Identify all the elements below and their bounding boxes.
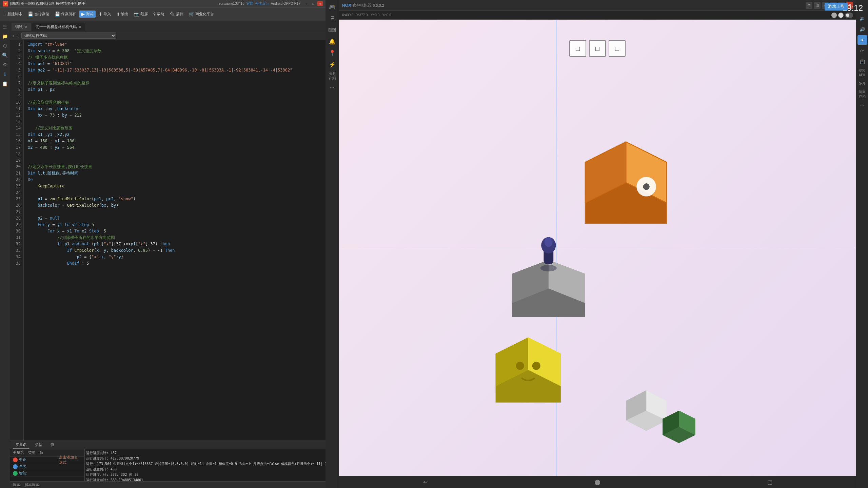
svg-point-18 [516, 362, 524, 370]
nox-multi-open-icon[interactable]: 多开 [857, 79, 867, 88]
var-row-stop: 中止 点击添加表达式 [10, 456, 84, 463]
value-tab[interactable]: 值 [48, 441, 57, 449]
save-row-button[interactable]: 💾 当行存储 [25, 11, 52, 18]
add-watch-label[interactable]: 点击添加表达式 [56, 453, 82, 466]
user-info: sunxiaing133416 官网 作者后台 Android OPPO R17 [219, 1, 300, 6]
nox-indicator-2 [838, 13, 844, 18]
nox-apk-icon[interactable]: 安装APK [857, 68, 867, 77]
nox-controller-icon[interactable]: 🎮 [327, 1, 338, 12]
title-text: [调试] 高一跑棋盘相机代码-按键精灵手机助手 [10, 1, 219, 6]
stop-indicator [13, 458, 18, 462]
export-button[interactable]: ⬆ 输出 [114, 11, 131, 18]
export-icon: ⬆ [116, 12, 120, 17]
nox-more-right-icon[interactable]: ··· [857, 100, 867, 110]
smart-indicator [13, 471, 18, 476]
nox-save-icon[interactable]: 清爽存档 [327, 70, 338, 81]
nox-brightness-icon[interactable]: ☀ [857, 35, 867, 45]
help-button[interactable]: ? 帮助 [151, 11, 166, 18]
nox-indicator-1 [831, 13, 837, 18]
save-all-icon: 💾 [55, 12, 60, 17]
nox-vol-down-icon[interactable]: 🔉 [857, 14, 867, 23]
yellow-cube [496, 337, 561, 402]
sidebar-item-search[interactable]: 🔍 [1, 51, 9, 60]
tab-code-label: 高一一跑棋盘格相机代码 [36, 24, 77, 29]
svg-point-13 [545, 237, 553, 247]
nox-title-bar: NOX 夜神模拟器 6.6.0.2 ⚙ ◫ ⤢ ─ □ ✕ [339, 0, 856, 11]
nox-toolbar-right [831, 13, 853, 18]
nox-game-content[interactable]: □ □ □ [339, 20, 856, 476]
tab-code[interactable]: 高一一跑棋盘格相机代码 ✕ [32, 23, 85, 31]
nox-keyboard-icon[interactable]: ⌨ [327, 24, 338, 35]
left-sidebar: ☰ 📁 ⬡ 🔍 ⚙ ℹ 📋 [0, 21, 10, 488]
save-all-button[interactable]: 💾 保存所有 [52, 11, 78, 18]
import-button[interactable]: ⬇ 导入 [96, 11, 113, 18]
nox-more-icon[interactable]: ··· [327, 82, 338, 93]
sidebar-item-menu[interactable]: ☰ [1, 22, 9, 31]
store-link[interactable]: 官网 [246, 1, 253, 6]
username: sunxiaing133416 [219, 2, 244, 5]
nox-toggle[interactable] [845, 13, 853, 18]
new-icon: + [4, 12, 6, 17]
vars-col-type: 类型 [28, 450, 36, 455]
store-platform-button[interactable]: 🛒 商业化平台 [186, 11, 216, 18]
sidebar-item-info[interactable]: ℹ [1, 70, 9, 79]
vars-tab[interactable]: 变量名 [13, 441, 29, 449]
nox-right-sidebar: 🔉 🔊 ☀ ⟳ 📳 安装APK 多开 清爽存档 ··· [856, 0, 868, 488]
script-debug-btn[interactable]: 脚本调试 [24, 482, 39, 487]
var-smart-name: 智能 [19, 471, 39, 476]
run-button[interactable]: ▶ 测试 [79, 11, 96, 18]
import-icon: ⬇ [99, 12, 102, 17]
nav-next-button[interactable]: › [17, 33, 19, 38]
sidebar-item-modules[interactable]: ⬡ [1, 41, 9, 50]
sidebar-item-files[interactable]: 📁 [1, 32, 9, 41]
nox-notification-icon[interactable]: 🔔 [327, 36, 338, 47]
minimize-button[interactable]: ─ [304, 1, 309, 6]
plugins-button[interactable]: 🔌 插件 [167, 11, 186, 18]
svg-point-5 [643, 183, 650, 190]
maximize-button[interactable]: □ [311, 1, 316, 6]
player-piece [540, 237, 557, 271]
nox-recent-button[interactable]: ◫ [765, 477, 775, 487]
nox-home-button[interactable]: ⬤ [592, 477, 603, 487]
nox-settings-btn[interactable]: ⚙ [806, 2, 812, 9]
nox-x-coord: X:409.0 [342, 13, 353, 17]
nox-panel: 🎮 🖥 ⌨ 🔔 📍 ⚡ 清爽存档 ··· NOX 夜神模拟器 6.6.0.2 ⚙… [326, 0, 868, 488]
nox-clear-save-icon[interactable]: 清爽存档 [857, 89, 867, 99]
game-platform-button[interactable]: 游戏上号 [825, 3, 848, 11]
close-button[interactable]: ✕ [317, 1, 323, 6]
nox-shake-icon[interactable]: 📳 [857, 57, 867, 66]
nox-rotate-icon[interactable]: ⟳ [857, 46, 867, 56]
var-step-name: 单步 [19, 464, 39, 469]
tab-code-close[interactable]: ✕ [79, 25, 81, 29]
path-select[interactable]: 调试运行代码 [21, 33, 116, 39]
var-stop-name: 中止 [19, 457, 39, 462]
vars-col-name: 变量名 [13, 450, 24, 455]
camera-icon: 📷 [134, 12, 139, 17]
type-tab[interactable]: 类型 [32, 441, 45, 449]
nox-xr-coord: Xr:0.0 [370, 13, 379, 17]
workspace-link[interactable]: 作者后台 [255, 1, 269, 6]
app-icon: ⚡ [3, 1, 8, 6]
svg-point-19 [532, 362, 540, 370]
sidebar-item-log[interactable]: 📋 [1, 79, 9, 88]
new-script-button[interactable]: + 新建脚本 [1, 11, 25, 18]
nox-back-button[interactable]: ↩ [420, 477, 430, 487]
tab-debug-close[interactable]: ✕ [25, 25, 27, 29]
sidebar-item-settings[interactable]: ⚙ [1, 60, 9, 69]
toolbar: + 新建脚本 💾 当行存储 💾 保存所有 ▶ 测试 ⬇ 导入 ⬆ 输出 📷 截屏… [0, 7, 326, 21]
nox-main: NOX 夜神模拟器 6.6.0.2 ⚙ ◫ ⤢ ─ □ ✕ X:409.0 Y:… [339, 0, 856, 488]
nox-layout-btn[interactable]: ◫ [814, 2, 821, 9]
game-svg [339, 20, 856, 476]
small-cube-2 [663, 411, 695, 443]
plugins-icon: 🔌 [170, 12, 175, 17]
title-bar: ⚡ [调试] 高一跑棋盘相机代码-按键精灵手机助手 sunxiaing13341… [0, 0, 326, 7]
nav-prev-button[interactable]: ‹ [13, 33, 15, 38]
debug-btn[interactable]: 调试 [13, 482, 20, 487]
nox-display-icon[interactable]: 🖥 [327, 13, 338, 24]
tab-debug[interactable]: 调试 ✕ [12, 23, 31, 31]
screenshot-button[interactable]: 📷 截屏 [132, 11, 150, 18]
nox-yr-coord: Yr:0.0 [382, 13, 391, 17]
nox-location-icon[interactable]: 📍 [327, 47, 338, 58]
nox-vol-up-icon[interactable]: 🔊 [857, 24, 867, 34]
nox-speed-icon[interactable]: ⚡ [327, 59, 338, 70]
